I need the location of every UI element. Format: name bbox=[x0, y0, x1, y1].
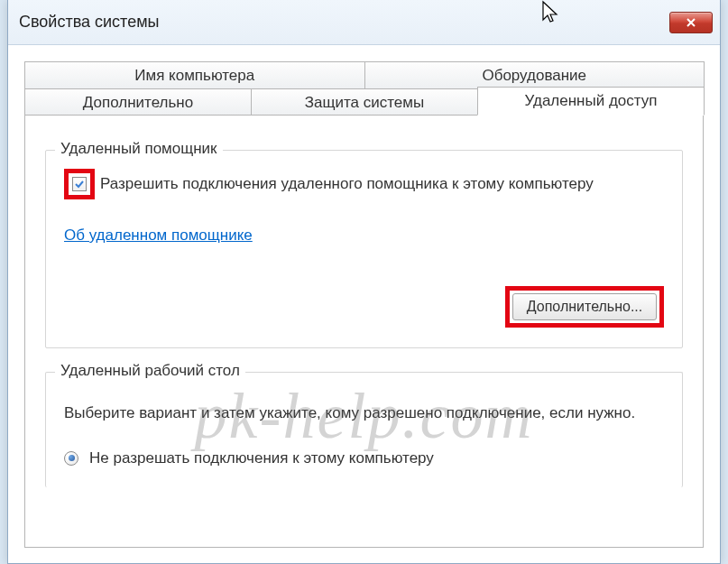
tab-advanced[interactable]: Дополнительно bbox=[24, 88, 252, 116]
tab-hardware[interactable]: Оборудование bbox=[364, 61, 705, 88]
tab-system-protection[interactable]: Защита системы bbox=[251, 88, 478, 116]
cursor-icon bbox=[541, 0, 559, 29]
description-text: Выберите вариант и затем укажите, кому р… bbox=[64, 403, 664, 424]
close-icon bbox=[686, 17, 696, 28]
checkbox-label: Разрешить подключения удаленного помощни… bbox=[100, 174, 664, 195]
button-label: Дополнительно... bbox=[527, 299, 643, 315]
radio-row: Не разрешать подключения к этому компьют… bbox=[64, 449, 664, 467]
tab-label: Защита системы bbox=[305, 94, 424, 112]
tab-label: Оборудование bbox=[482, 67, 586, 85]
tab-row-1: Имя компьютера Оборудование bbox=[24, 61, 704, 88]
tab-computer-name[interactable]: Имя компьютера bbox=[24, 61, 365, 88]
close-button[interactable] bbox=[669, 12, 713, 33]
highlight-box: Дополнительно... bbox=[505, 286, 664, 328]
button-row: Дополнительно... bbox=[64, 286, 664, 328]
group-legend: Удаленный помощник bbox=[55, 140, 223, 158]
group-legend: Удаленный рабочий стол bbox=[55, 362, 245, 380]
radio-dot-icon bbox=[69, 455, 75, 461]
remote-assistant-group: Удаленный помощник Разрешить подключения… bbox=[45, 150, 683, 348]
check-icon bbox=[74, 179, 85, 190]
advanced-button[interactable]: Дополнительно... bbox=[512, 293, 657, 320]
tab-remote-access[interactable]: Удаленный доступ bbox=[477, 87, 705, 116]
tab-label: Удаленный доступ bbox=[525, 92, 658, 110]
checkbox-row: Разрешить подключения удаленного помощни… bbox=[64, 172, 664, 203]
system-properties-window: Свойства системы Имя компьютера Оборудов… bbox=[7, 0, 721, 564]
allow-remote-assist-checkbox[interactable] bbox=[72, 177, 87, 191]
content-area: Имя компьютера Оборудование Дополнительн… bbox=[8, 45, 720, 548]
highlight-box bbox=[64, 169, 95, 199]
radio-no-connections[interactable] bbox=[64, 451, 78, 466]
tab-row-2: Дополнительно Защита системы Удаленный д… bbox=[24, 88, 704, 116]
about-remote-assistant-link[interactable]: Об удаленном помощнике bbox=[64, 227, 253, 245]
title-bar: Свойства системы bbox=[8, 0, 720, 45]
radio-label: Не разрешать подключения к этому компьют… bbox=[89, 449, 434, 467]
tab-label: Дополнительно bbox=[83, 94, 193, 112]
tab-panel-remote: Удаленный помощник Разрешить подключения… bbox=[24, 115, 704, 548]
tab-label: Имя компьютера bbox=[134, 67, 254, 85]
remote-desktop-group: Удаленный рабочий стол Выберите вариант … bbox=[45, 372, 683, 487]
tabs-container: Имя компьютера Оборудование Дополнительн… bbox=[24, 61, 704, 548]
window-title: Свойства системы bbox=[19, 13, 159, 32]
